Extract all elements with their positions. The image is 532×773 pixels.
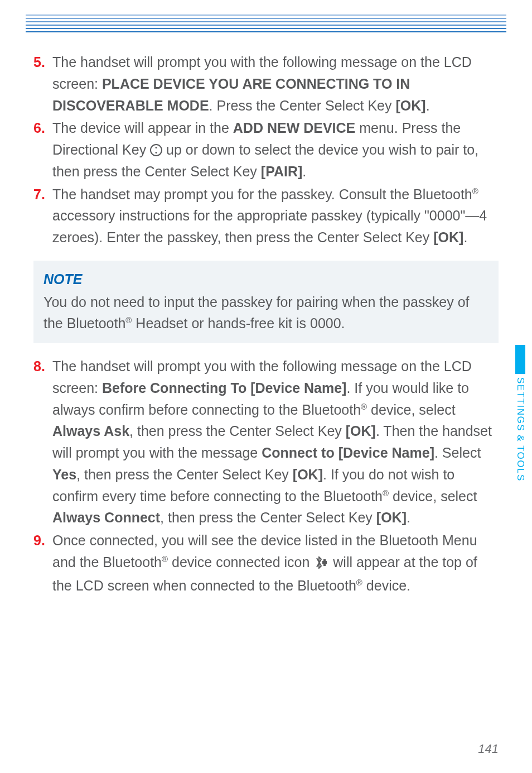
bold-text: [PAIR] bbox=[261, 164, 303, 179]
bold-text: Connect to [Device Name] bbox=[262, 445, 434, 460]
page-content: 5. The handset will prompt you with the … bbox=[0, 35, 532, 596]
text: Headset or hands-free kit is 0000. bbox=[132, 315, 345, 331]
section-tab: SETTINGS & TOOLS bbox=[509, 345, 532, 482]
note-body: You do not need to input the passkey for… bbox=[43, 291, 489, 335]
text: . bbox=[302, 164, 306, 179]
note-title: NOTE bbox=[43, 268, 489, 290]
bold-text: ADD NEW DEVICE bbox=[233, 120, 355, 136]
header-bar bbox=[26, 25, 506, 26]
step-number: 5. bbox=[33, 51, 52, 116]
header-bar bbox=[26, 31, 506, 32]
header-bar bbox=[26, 21, 506, 22]
registered-mark: ® bbox=[162, 554, 168, 563]
step-body: The handset will prompt you with the fol… bbox=[52, 356, 499, 529]
bold-text: [OK] bbox=[376, 510, 407, 525]
step-number: 6. bbox=[33, 117, 52, 182]
step-number: 9. bbox=[33, 530, 52, 596]
bold-text: Always Ask bbox=[52, 423, 129, 439]
registered-mark: ® bbox=[361, 401, 367, 411]
text: , then press the Center Select Key bbox=[160, 510, 376, 525]
step-body: The handset may prompt you for the passk… bbox=[52, 184, 499, 248]
bold-text: Yes bbox=[52, 467, 76, 482]
directional-key-icon bbox=[150, 144, 162, 156]
bold-text: [OK] bbox=[433, 229, 463, 245]
header-bar bbox=[26, 28, 506, 29]
bold-text: [OK] bbox=[293, 467, 323, 482]
section-label: SETTINGS & TOOLS bbox=[515, 377, 526, 482]
bold-text: [OK] bbox=[346, 423, 376, 439]
text: , then press the Center Select Key bbox=[76, 467, 293, 482]
text: , then press the Center Select Key bbox=[129, 423, 346, 439]
bold-text: [OK] bbox=[395, 98, 425, 113]
header-bar bbox=[26, 15, 506, 16]
text: . bbox=[463, 229, 467, 245]
registered-mark: ® bbox=[472, 186, 478, 195]
registered-mark: ® bbox=[383, 488, 389, 497]
note-box: NOTE You do not need to input the passke… bbox=[33, 261, 499, 343]
text: . Select bbox=[434, 445, 481, 460]
svg-rect-1 bbox=[322, 561, 323, 564]
step-5: 5. The handset will prompt you with the … bbox=[33, 51, 499, 116]
svg-rect-2 bbox=[326, 561, 327, 564]
section-marker bbox=[515, 345, 525, 374]
step-body: The device will appear in the ADD NEW DE… bbox=[52, 117, 499, 182]
text: The handset may prompt you for the passk… bbox=[52, 186, 472, 202]
step-number: 7. bbox=[33, 184, 52, 248]
bluetooth-connected-icon bbox=[313, 553, 329, 575]
step-7: 7. The handset may prompt you for the pa… bbox=[33, 184, 499, 248]
page-number: 141 bbox=[478, 742, 499, 756]
step-body: The handset will prompt you with the fol… bbox=[52, 51, 499, 116]
svg-rect-0 bbox=[323, 559, 326, 566]
text: accessory instructions for the appropria… bbox=[52, 208, 487, 245]
step-number: 8. bbox=[33, 356, 52, 529]
text: device, select bbox=[367, 402, 455, 417]
step-9: 9. Once connected, you will see the devi… bbox=[33, 530, 499, 596]
header-bar bbox=[26, 18, 506, 19]
text: . bbox=[407, 510, 410, 525]
text: device. bbox=[362, 578, 410, 593]
step-body: Once connected, you will see the device … bbox=[52, 530, 499, 596]
text: device connected icon bbox=[168, 554, 313, 570]
bold-text: Always Connect bbox=[52, 510, 160, 525]
text: The device will appear in the bbox=[52, 120, 233, 136]
text: . Press the Center Select Key bbox=[209, 98, 396, 113]
step-8: 8. The handset will prompt you with the … bbox=[33, 356, 499, 529]
bold-text: Before Connecting To [Device Name] bbox=[102, 380, 347, 396]
registered-mark: ® bbox=[125, 315, 132, 325]
text: . bbox=[426, 98, 430, 113]
text: device, select bbox=[389, 488, 477, 504]
step-6: 6. The device will appear in the ADD NEW… bbox=[33, 117, 499, 182]
registered-mark: ® bbox=[356, 577, 362, 587]
header-stripe-group bbox=[0, 0, 532, 32]
